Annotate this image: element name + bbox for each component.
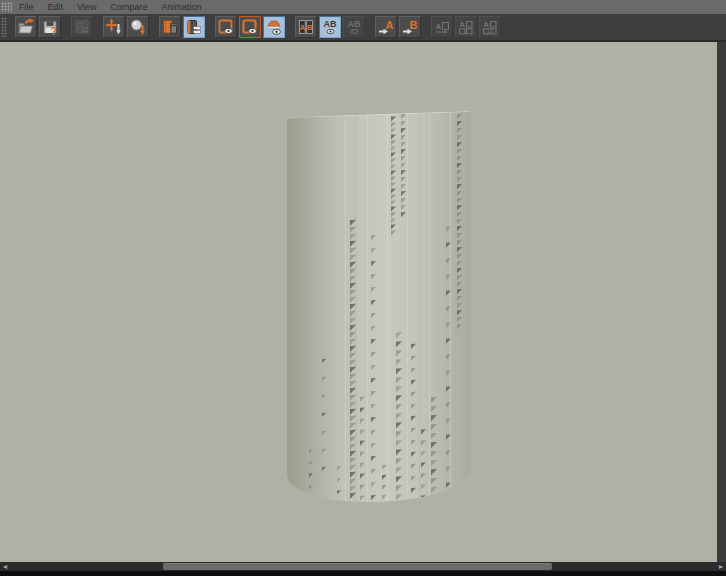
scan-artifact-tooth	[350, 409, 356, 415]
scan-artifact-tooth	[371, 235, 376, 240]
snapshot-grid-icon: 12	[73, 18, 91, 36]
scan-artifact-tooth	[309, 473, 313, 477]
toolbar-groups: ?12ABABABABAAA10	[7, 16, 503, 38]
mesh-seam-line	[429, 113, 430, 500]
scan-artifact-tooth	[446, 274, 451, 279]
scan-artifact-tooth	[371, 417, 376, 422]
scan-artifact-tooth	[457, 268, 462, 273]
scan-artifact-tooth	[411, 428, 416, 433]
go-to-b-button[interactable]: B	[399, 16, 421, 38]
panel-visibility-1-button[interactable]	[215, 16, 237, 38]
scan-artifact-tooth	[457, 296, 462, 301]
scan-artifact-tooth	[371, 456, 376, 461]
scan-artifact-tooth	[421, 495, 426, 500]
view-side-by-side-button[interactable]: AB	[295, 16, 317, 38]
scan-artifact-tooth	[391, 158, 396, 163]
scan-artifact-tooth	[457, 226, 462, 231]
menu-edit[interactable]: Edit	[48, 0, 64, 14]
scan-artifact-tooth	[350, 458, 356, 464]
scan-artifact-tooth	[457, 212, 462, 217]
open-file-icon	[17, 18, 35, 36]
scan-artifact-tooth	[457, 177, 462, 182]
scrollbar-thumb[interactable]	[163, 563, 552, 570]
scan-artifact-tooth	[350, 255, 356, 261]
svg-text:B: B	[410, 19, 418, 31]
scan-artifact-tooth	[401, 121, 406, 126]
scan-artifact-tooth	[391, 140, 396, 145]
scan-artifact-tooth	[457, 289, 462, 294]
scan-artifact-tooth	[371, 313, 376, 318]
scan-artifact-tooth	[371, 495, 376, 500]
toolbar: ?12ABABABABAAA10	[0, 14, 726, 42]
scan-artifact-tooth	[401, 135, 406, 140]
scan-artifact-tooth	[350, 402, 356, 408]
scan-artifact-tooth	[371, 378, 376, 383]
panel-visibility-2-button[interactable]	[239, 16, 261, 38]
scan-artifact-tooth	[457, 254, 462, 259]
scan-artifact-tooth	[391, 218, 396, 223]
scan-artifact-tooth	[391, 152, 396, 157]
scan-artifact-tooth	[431, 451, 437, 457]
scan-artifact-tooth	[350, 220, 356, 226]
scan-artifact-tooth	[396, 467, 402, 473]
scan-artifact-tooth	[457, 303, 462, 308]
scan-artifact-tooth	[350, 444, 356, 450]
scan-artifact-tooth	[396, 476, 402, 482]
view-overlay-ab-icon: AB	[321, 18, 339, 36]
scan-artifact-tooth	[350, 437, 356, 443]
scan-artifact-tooth	[391, 170, 396, 175]
scan-artifact-tooth	[457, 142, 462, 147]
import-transform-button[interactable]	[103, 16, 125, 38]
viewport-3d[interactable]	[0, 42, 726, 562]
scan-artifact-tooth	[360, 473, 365, 478]
scan-artifact-tooth	[309, 461, 313, 465]
document-pages-button[interactable]	[183, 16, 205, 38]
save-file-button[interactable]: ?	[39, 16, 61, 38]
menubar-grip-handle[interactable]	[1, 2, 12, 12]
menu-view[interactable]: View	[77, 0, 96, 14]
menu-file[interactable]: File	[19, 0, 34, 14]
scan-artifact-tooth	[360, 418, 365, 423]
horizontal-scrollbar[interactable]: ◄ ►	[0, 562, 726, 571]
scan-artifact-tooth	[337, 490, 341, 494]
scan-artifact-tooth	[391, 194, 396, 199]
menu-animation[interactable]: Animation	[161, 0, 201, 14]
panel-visibility-2-icon	[241, 18, 259, 36]
view-overlay-ab-button[interactable]: AB	[319, 16, 341, 38]
scroll-right-arrow-icon[interactable]: ►	[716, 562, 726, 571]
scan-artifact-tooth	[446, 306, 451, 311]
cylinder-mesh-object	[287, 111, 471, 505]
scan-artifact-tooth	[396, 431, 402, 437]
import-sphere-button[interactable]	[127, 16, 149, 38]
compare-binary-icon: A10	[481, 18, 499, 36]
scan-artifact-tooth	[350, 353, 356, 359]
scan-artifact-tooth	[457, 198, 462, 203]
delete-document-button[interactable]	[159, 16, 181, 38]
scan-artifact-tooth	[396, 413, 402, 419]
scan-artifact-tooth	[350, 325, 356, 331]
scan-artifact-tooth	[421, 451, 426, 456]
scan-artifact-tooth	[391, 146, 396, 151]
scan-artifact-tooth	[309, 497, 313, 501]
mesh-seam-line	[419, 114, 420, 501]
scan-artifact-tooth	[350, 360, 356, 366]
mesh-seam-line	[407, 114, 408, 501]
scan-artifact-tooth	[446, 338, 451, 343]
scan-artifact-tooth	[411, 392, 416, 397]
scan-artifact-tooth	[457, 184, 462, 189]
scan-artifact-tooth	[446, 322, 451, 327]
scan-artifact-tooth	[371, 300, 376, 305]
snapshot-grid-button: 12	[71, 16, 93, 38]
menu-compare[interactable]: Compare	[110, 0, 147, 14]
scan-artifact-tooth	[391, 224, 396, 229]
open-file-button[interactable]	[15, 16, 37, 38]
scan-artifact-tooth	[396, 503, 402, 505]
scan-artifact-tooth	[431, 406, 437, 412]
scan-artifact-tooth	[391, 116, 396, 121]
go-to-a-button[interactable]: A	[375, 16, 397, 38]
scan-artifact-tooth	[401, 163, 406, 168]
scroll-left-arrow-icon[interactable]: ◄	[0, 562, 10, 571]
scan-artifact-tooth	[446, 354, 451, 359]
scan-artifact-tooth	[396, 350, 402, 356]
cap-visibility-button[interactable]	[263, 16, 285, 38]
